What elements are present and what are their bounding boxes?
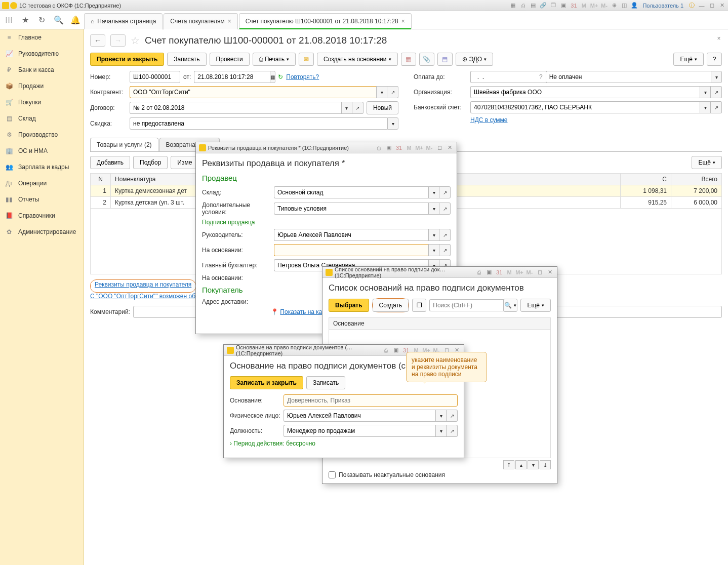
scroll-down-icon[interactable]: ▾ <box>528 460 539 469</box>
calendar-icon[interactable]: 31 <box>570 2 578 10</box>
addcond-input[interactable] <box>274 203 428 215</box>
search-input[interactable] <box>429 299 512 311</box>
search-icon[interactable]: 🔍 <box>52 13 65 27</box>
print-icon[interactable]: ⎙ <box>382 346 390 354</box>
write-button[interactable]: Записать <box>306 376 345 389</box>
wh-input[interactable] <box>274 186 428 198</box>
m-plus-icon[interactable]: M+ <box>590 2 598 10</box>
vat-link[interactable]: НДС в сумме <box>470 116 508 124</box>
m-icon[interactable]: M <box>405 144 413 152</box>
open-icon[interactable]: ↗ <box>447 410 458 422</box>
create-based-button[interactable]: Создать на основании▾ <box>317 53 398 66</box>
print-icon[interactable]: ⎙ <box>375 144 383 152</box>
calc-icon[interactable]: ▣ <box>392 346 400 354</box>
choose-button[interactable]: Выбрать <box>329 299 369 312</box>
show-map-link[interactable]: Показать на карт <box>280 308 328 315</box>
scroll-bottom-icon[interactable]: ⤓ <box>540 460 551 469</box>
back-button[interactable]: ← <box>90 34 105 47</box>
open-icon[interactable]: ↗ <box>439 186 451 198</box>
star-icon[interactable]: ★ <box>19 13 32 27</box>
m-plus-icon[interactable]: M+ <box>415 144 423 152</box>
dropdown-icon[interactable]: ▾ <box>428 203 439 215</box>
open-icon[interactable]: ↗ <box>439 229 451 241</box>
based-input[interactable] <box>274 244 428 256</box>
close-icon[interactable]: ✕ <box>546 268 554 276</box>
reason-input[interactable] <box>284 394 458 407</box>
create-button[interactable]: Создать <box>373 299 409 312</box>
sidebar-item-ops[interactable]: ДтОперации <box>0 175 84 191</box>
sidebar-item-purchases[interactable]: 🛒Покупки <box>0 94 84 110</box>
calc-icon[interactable]: ▣ <box>559 2 568 10</box>
user-icon[interactable]: 👤 <box>630 2 638 10</box>
sidebar-item-assets[interactable]: 🏢ОС и НМА <box>0 143 84 159</box>
col-total[interactable]: Всего <box>671 174 722 185</box>
open-icon[interactable]: ↗ <box>387 86 398 98</box>
tool-icon-1[interactable]: ▦ <box>509 2 517 10</box>
restore-icon[interactable]: ◻ <box>536 268 544 276</box>
change-button[interactable]: Изме <box>171 156 198 169</box>
structure-button[interactable]: ▦ <box>401 53 416 66</box>
print-icon[interactable]: ⎙ <box>475 268 483 276</box>
pick-button[interactable]: Подбор <box>133 156 168 169</box>
app-dropdown-icon[interactable] <box>10 2 17 9</box>
calendar-picker-icon[interactable]: ▦ <box>270 71 275 83</box>
period-row[interactable]: › Период действия: бессрочно <box>230 440 458 447</box>
sidebar-item-refs[interactable]: 📕Справочники <box>0 208 84 224</box>
col-n[interactable]: N <box>91 174 111 185</box>
m-minus-icon[interactable]: M- <box>600 2 608 10</box>
scroll-up-icon[interactable]: ▴ <box>515 460 527 469</box>
col-c[interactable]: С <box>621 174 671 185</box>
m-minus-icon[interactable]: M- <box>525 268 534 276</box>
sidebar-item-main[interactable]: ≡Главное <box>0 29 84 46</box>
bank-input[interactable] <box>470 101 700 113</box>
m-icon[interactable]: M <box>505 268 513 276</box>
open-icon[interactable]: ↗ <box>439 203 451 215</box>
close-doc-icon[interactable]: × <box>714 33 724 44</box>
post-close-button[interactable]: Провести и закрыть <box>90 53 164 66</box>
scroll-top-icon[interactable]: ⤒ <box>503 460 514 469</box>
dropdown-icon[interactable]: ▾ <box>435 410 447 422</box>
close-icon[interactable]: ✕ <box>446 144 454 152</box>
sidebar-item-admin[interactable]: ✿Администрирование <box>0 224 84 240</box>
col-reason[interactable]: Основание <box>329 318 551 330</box>
bell-icon[interactable]: 🔔 <box>68 13 82 27</box>
print-button[interactable]: ⎙Печать▾ <box>253 53 296 66</box>
calc-icon[interactable]: ▣ <box>485 268 493 276</box>
repeat-link[interactable]: Повторять? <box>286 73 319 80</box>
zoom-icon[interactable]: ⊕ <box>610 2 618 10</box>
sidebar-item-prod[interactable]: ⚙Производство <box>0 127 84 143</box>
mgr-input[interactable] <box>274 229 428 241</box>
add-button[interactable]: Добавить <box>90 156 130 169</box>
contract-input[interactable] <box>130 102 341 114</box>
restore-icon[interactable]: ◻ <box>708 2 716 10</box>
show-inactive-checkbox[interactable]: Показывать неактуальные основания <box>329 471 551 478</box>
tab-current[interactable]: Счет покупателю Ш100-000001 от 21.08.201… <box>239 13 412 29</box>
attach-button[interactable]: 📎 <box>419 53 434 66</box>
more-button[interactable]: Ещё▾ <box>673 53 704 66</box>
exchange-link[interactable]: С "ООО "ОптТоргСити"" возможен обмен <box>90 293 206 300</box>
close-icon[interactable]: ✕ <box>718 2 726 10</box>
tab-close-icon[interactable]: × <box>228 18 231 25</box>
dropdown-icon[interactable]: ▾ <box>435 425 447 437</box>
tab-home[interactable]: ⌂ Начальная страница <box>84 13 163 29</box>
post-button[interactable]: Провести <box>210 53 250 66</box>
apps-icon[interactable]: ⁝⁝⁝ <box>2 13 16 27</box>
mail-button[interactable]: ✉ <box>299 53 314 66</box>
tab-invoices[interactable]: Счета покупателям × <box>164 13 237 29</box>
dropdown-icon[interactable]: ▾ <box>428 244 439 256</box>
sidebar-item-hr[interactable]: 👥Зарплата и кадры <box>0 159 84 175</box>
help-button[interactable]: ? <box>707 53 722 66</box>
open-icon[interactable]: ↗ <box>439 244 451 256</box>
person-input[interactable] <box>284 410 435 422</box>
table-more-button[interactable]: Ещё▾ <box>692 156 722 169</box>
dropdown-icon[interactable]: ▾ <box>428 229 439 241</box>
checkbox-input[interactable] <box>329 471 336 478</box>
history-icon[interactable]: ↻ <box>35 13 49 27</box>
edo-button[interactable]: ⊛ЭДО▾ <box>456 53 494 66</box>
sidebar-item-reports[interactable]: ▮▮Отчеты <box>0 191 84 208</box>
restore-icon[interactable]: ◻ <box>435 144 443 152</box>
copy-button[interactable]: ❐ <box>412 299 426 312</box>
more2-button[interactable]: Ещё▾ <box>520 299 551 312</box>
doc-icon[interactable]: ▤ <box>529 2 537 10</box>
paystatus-input[interactable] <box>546 71 711 83</box>
